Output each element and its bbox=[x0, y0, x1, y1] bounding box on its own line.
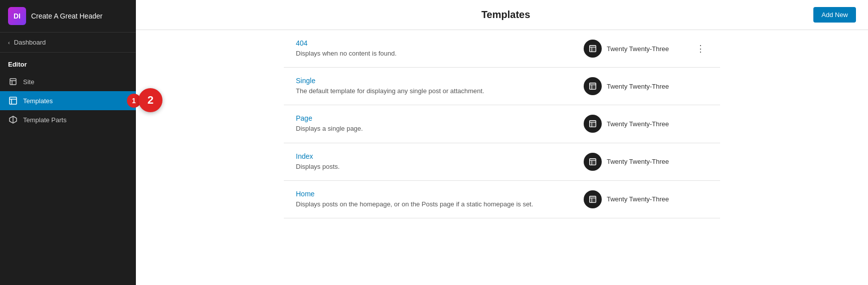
template-name[interactable]: 404 bbox=[296, 39, 576, 47]
template-name[interactable]: Single bbox=[296, 77, 576, 85]
template-theme: Twenty Twenty-Three bbox=[584, 115, 684, 133]
dashboard-link[interactable]: ‹ Dashboard bbox=[0, 33, 136, 53]
dashboard-label: Dashboard bbox=[14, 39, 46, 46]
sidebar-item-label: Template Parts bbox=[23, 116, 67, 124]
template-description: Displays when no content is found. bbox=[296, 49, 576, 58]
template-description: Displays posts on the homepage, or on th… bbox=[296, 200, 576, 209]
add-new-button[interactable]: Add New bbox=[813, 7, 856, 23]
sidebar-item-template-parts[interactable]: Template Parts bbox=[0, 110, 136, 129]
table-row: Page Displays a single page. Twenty Twen… bbox=[284, 105, 720, 143]
page-title: Templates bbox=[198, 9, 813, 21]
svg-rect-12 bbox=[589, 83, 596, 90]
editor-section-label: Editor bbox=[0, 53, 136, 72]
annotation-2-badge: 2 bbox=[138, 88, 162, 112]
svg-rect-8 bbox=[589, 45, 596, 52]
svg-rect-20 bbox=[589, 158, 596, 165]
table-row: Index Displays posts. Twenty Twenty-Thre… bbox=[284, 143, 720, 181]
templates-icon bbox=[8, 96, 18, 106]
content-area: 404 Displays when no content is found. T… bbox=[136, 30, 868, 285]
theme-icon bbox=[584, 153, 602, 171]
main-content: Templates Add New 404 Displays when no c… bbox=[136, 0, 868, 285]
template-name[interactable]: Page bbox=[296, 114, 576, 122]
theme-name: Twenty Twenty-Three bbox=[607, 83, 669, 90]
logo-icon: DI bbox=[8, 7, 26, 25]
sidebar-item-templates[interactable]: Templates 1 bbox=[0, 91, 136, 110]
chevron-left-icon: ‹ bbox=[8, 40, 10, 46]
template-description: The default template for displaying any … bbox=[296, 87, 576, 96]
template-info: Single The default template for displayi… bbox=[296, 77, 576, 96]
table-row: Home Displays posts on the homepage, or … bbox=[284, 181, 720, 218]
template-info: Home Displays posts on the homepage, or … bbox=[296, 190, 576, 209]
table-row: 404 Displays when no content is found. T… bbox=[284, 30, 720, 68]
sidebar-header: DI Create A Great Header bbox=[0, 0, 136, 33]
theme-name: Twenty Twenty-Three bbox=[607, 120, 669, 128]
svg-rect-24 bbox=[589, 196, 596, 203]
theme-name: Twenty Twenty-Three bbox=[607, 158, 669, 165]
template-description: Displays posts. bbox=[296, 162, 576, 171]
app-title: Create A Great Header bbox=[31, 12, 102, 20]
more-options-button[interactable]: ⋮ bbox=[692, 41, 708, 56]
sidebar-item-label: Site bbox=[23, 78, 34, 86]
svg-rect-3 bbox=[10, 97, 17, 104]
sidebar: DI Create A Great Header ‹ Dashboard Edi… bbox=[0, 0, 136, 285]
template-info: Page Displays a single page. bbox=[296, 114, 576, 133]
parts-icon bbox=[8, 115, 18, 125]
site-icon bbox=[8, 77, 18, 87]
svg-rect-16 bbox=[589, 120, 596, 127]
sidebar-item-label: Templates bbox=[23, 97, 53, 105]
template-info: 404 Displays when no content is found. bbox=[296, 39, 576, 58]
template-theme: Twenty Twenty-Three bbox=[584, 153, 684, 171]
svg-rect-0 bbox=[10, 79, 16, 85]
template-info: Index Displays posts. bbox=[296, 152, 576, 171]
theme-icon bbox=[584, 77, 602, 95]
theme-name: Twenty Twenty-Three bbox=[607, 45, 669, 53]
table-row: Single The default template for displayi… bbox=[284, 68, 720, 105]
theme-icon bbox=[584, 40, 602, 58]
template-name[interactable]: Home bbox=[296, 190, 576, 198]
main-header: Templates Add New bbox=[136, 0, 868, 30]
template-theme: Twenty Twenty-Three bbox=[584, 77, 684, 95]
theme-name: Twenty Twenty-Three bbox=[607, 195, 669, 203]
sidebar-item-site[interactable]: Site bbox=[0, 72, 136, 91]
theme-icon bbox=[584, 115, 602, 133]
template-theme: Twenty Twenty-Three bbox=[584, 190, 684, 208]
templates-list: 404 Displays when no content is found. T… bbox=[284, 30, 720, 218]
template-description: Displays a single page. bbox=[296, 124, 576, 133]
template-theme: Twenty Twenty-Three bbox=[584, 40, 684, 58]
template-name[interactable]: Index bbox=[296, 152, 576, 160]
theme-icon bbox=[584, 190, 602, 208]
